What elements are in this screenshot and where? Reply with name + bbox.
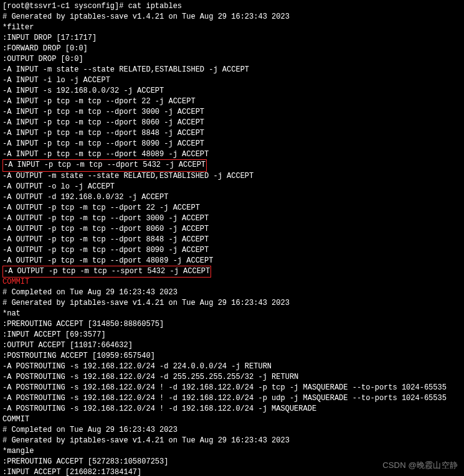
filter-header: # Generated by iptables-save v1.4.21 on … bbox=[2, 12, 462, 22]
filter-rule: -A OUTPUT -d 192.168.0.0/32 -j ACCEPT bbox=[2, 192, 462, 203]
filter-chain: :INPUT DROP [17:1717] bbox=[2, 33, 462, 44]
filter-chain: :FORWARD DROP [0:0] bbox=[2, 44, 462, 54]
filter-rule: -A OUTPUT -o lo -j ACCEPT bbox=[2, 182, 462, 192]
nat-chain: :PREROUTING ACCEPT [314850:88860575] bbox=[2, 319, 462, 330]
filter-rule: -A INPUT -p tcp -m tcp --dport 22 -j ACC… bbox=[2, 96, 462, 107]
nat-chain: :OUTPUT ACCEPT [11017:664632] bbox=[2, 340, 462, 351]
filter-rule: -A INPUT -p tcp -m tcp --dport 3000 -j A… bbox=[2, 107, 462, 118]
nat-chain: :POSTROUTING ACCEPT [10959:657540] bbox=[2, 351, 462, 362]
nat-commit: COMMIT bbox=[2, 414, 462, 425]
filter-rule: -A INPUT -s 192.168.0.0/32 -j ACCEPT bbox=[2, 86, 462, 96]
shell-prompt: [root@tssvr1-c1 sysconfig]# cat iptables bbox=[2, 1, 462, 12]
filter-table: *filter bbox=[2, 22, 462, 33]
filter-rule: -A INPUT -i lo -j ACCEPT bbox=[2, 75, 462, 86]
mangle-table: *mangle bbox=[2, 446, 462, 457]
nat-rule: -A POSTROUTING -s 192.168.122.0/24 ! -d … bbox=[2, 404, 462, 414]
nat-rule: -A POSTROUTING -s 192.168.122.0/24 ! -d … bbox=[2, 393, 462, 404]
mangle-header: # Generated by iptables-save v1.4.21 on … bbox=[2, 436, 462, 446]
filter-rule: -A INPUT -p tcp -m tcp --dport 8090 -j A… bbox=[2, 139, 462, 149]
nat-header: # Generated by iptables-save v1.4.21 on … bbox=[2, 298, 462, 309]
filter-rule: -A OUTPUT -m state --state RELATED,ESTAB… bbox=[2, 171, 462, 182]
filter-rule: -A OUTPUT -p tcp -m tcp --dport 8090 -j … bbox=[2, 245, 462, 256]
filter-footer: # Completed on Tue Aug 29 16:23:43 2023 bbox=[2, 287, 462, 298]
filter-rule: -A INPUT -m state --state RELATED,ESTABL… bbox=[2, 65, 462, 75]
highlight-input-rule: -A INPUT -p tcp -m tcp --dport 5432 -j A… bbox=[2, 159, 207, 171]
filter-rule: -A INPUT -p tcp -m tcp --dport 8060 -j A… bbox=[2, 118, 462, 128]
filter-rule: -A OUTPUT -p tcp -m tcp --dport 48089 -j… bbox=[2, 256, 462, 266]
nat-rule: -A POSTROUTING -s 192.168.122.0/24 ! -d … bbox=[2, 383, 462, 393]
filter-rule: -A OUTPUT -p tcp -m tcp --dport 3000 -j … bbox=[2, 213, 462, 224]
nat-rule: -A POSTROUTING -s 192.168.122.0/24 -d 25… bbox=[2, 372, 462, 383]
highlight-output-rule: -A OUTPUT -p tcp -m tcp --sport 5432 -j … bbox=[2, 266, 211, 278]
filter-rule: -A OUTPUT -p tcp -m tcp --dport 8060 -j … bbox=[2, 224, 462, 235]
nat-chain: :INPUT ACCEPT [69:3577] bbox=[2, 330, 462, 340]
filter-rule: -A OUTPUT -p tcp -m tcp --dport 22 -j AC… bbox=[2, 203, 462, 213]
nat-table: *nat bbox=[2, 309, 462, 319]
filter-rule: -A OUTPUT -p tcp -m tcp --dport 8848 -j … bbox=[2, 235, 462, 245]
filter-commit: COMMIT bbox=[2, 277, 462, 287]
filter-rule: -A INPUT -p tcp -m tcp --dport 8848 -j A… bbox=[2, 128, 462, 139]
nat-rule: -A POSTROUTING -s 192.168.122.0/24 -d 22… bbox=[2, 362, 462, 372]
nat-footer: # Completed on Tue Aug 29 16:23:43 2023 bbox=[2, 425, 462, 436]
filter-rule: -A INPUT -p tcp -m tcp --dport 48089 -j … bbox=[2, 149, 462, 160]
filter-chain: :OUTPUT DROP [0:0] bbox=[2, 54, 462, 65]
watermark: CSDN @晚霞山空静 bbox=[382, 460, 458, 471]
